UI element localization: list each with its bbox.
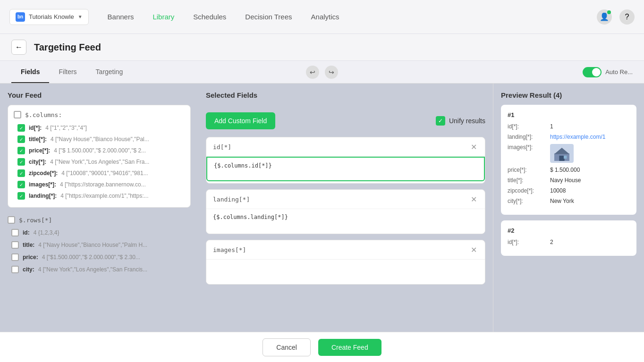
sub-nav: Fields Filters Targeting ↩ ↪ Auto Re... [0,61,644,84]
row-field-checkbox-id[interactable] [11,229,19,236]
preview-val: 2 [550,239,630,245]
row-field-name-price: price: [23,254,38,261]
nav-banners[interactable]: Banners [108,13,134,21]
rows-header: $.rows[*] [8,213,191,227]
field-close-id[interactable]: ✕ [469,142,478,152]
preview-heading: Preview Result (4) [501,91,636,99]
nav-schedules[interactable]: Schedules [193,13,226,21]
preview-key: city[*]: [508,198,550,204]
field-value-textarea-images[interactable] [206,260,485,282]
field-checkbox-title[interactable]: ✓ [17,135,25,143]
field-checkbox-id[interactable]: ✓ [17,124,25,132]
list-item: title: 4 ["Navy House","Bianco House","P… [8,239,191,251]
row-field-values-title: 4 ["Navy House","Bianco House","Palm H..… [38,242,147,248]
undo-redo-controls: ↩ ↪ [306,66,338,79]
undo-button[interactable]: ↩ [306,66,319,79]
field-value-textarea-landing[interactable] [206,209,485,232]
row-field-checkbox-title[interactable] [11,241,19,249]
nav-analytics[interactable]: Analytics [311,13,339,21]
preview-number-2: #2 [508,227,630,234]
field-name-zipcode: zipcode[*]: [29,170,58,177]
list-item: ✓ landing[*]: 4 ["https://example.com/1"… [14,190,185,202]
top-nav: bn Tutorials Knowle ▼ Banners Library Sc… [0,0,644,34]
field-name-id: id[*]: [29,125,42,131]
create-feed-button[interactable]: Create Feed [318,339,381,356]
tab-filters[interactable]: Filters [49,61,86,83]
rows-label: $.rows[*] [19,217,52,224]
field-name-landing: landing[*]: [29,193,57,199]
auto-refresh-toggle: Auto Re... [583,67,633,77]
field-close-landing[interactable]: ✕ [469,194,478,204]
brand-selector[interactable]: bn Tutorials Knowle ▼ [9,9,89,25]
field-values-city: 4 ["New York","Los Angeles","San Fra... [50,159,149,165]
preview-val: New York [550,198,630,204]
field-values-title: 4 ["Navy House","Bianco House","Pal... [51,136,149,143]
nav-links: Banners Library Schedules Decision Trees… [108,13,597,21]
preview-row: id[*]: 2 [508,239,630,245]
preview-key: title[*]: [508,177,550,184]
add-custom-field-button[interactable]: Add Custom Field [206,112,275,129]
svg-rect-2 [559,156,564,161]
rows-section: $.rows[*] id: 4 {1,2,3,4} title: 4 ["Nav… [8,211,191,278]
back-button[interactable]: ← [11,40,26,55]
sub-nav-tabs: Fields Filters Targeting [11,61,132,83]
preview-row: city[*]: New York [508,198,630,204]
field-checkbox-price[interactable]: ✓ [17,147,25,154]
unify-checkbox[interactable]: ✓ [436,116,445,126]
row-field-name-title: title: [23,242,34,248]
cancel-button[interactable]: Cancel [263,338,311,356]
rows-checkbox[interactable] [8,216,15,224]
field-checkbox-zipcode[interactable]: ✓ [17,169,25,177]
preview-row: landing[*]: https://example.com/1 [508,134,630,140]
preview-row: id[*]: 1 [508,123,630,130]
redo-button[interactable]: ↪ [325,66,338,79]
field-row-header-id: ✕ [206,137,485,157]
preview-row: images[*]: [508,144,630,163]
tab-fields[interactable]: Fields [11,61,49,83]
notifications-icon[interactable]: 👤 [597,9,612,25]
nav-decision-trees[interactable]: Decision Trees [245,13,292,21]
main-content: Your Feed $.columns: ✓ id[*]: 4 ["1","2"… [0,84,644,362]
left-panel: Your Feed $.columns: ✓ id[*]: 4 ["1","2"… [0,84,198,362]
field-name-input-id[interactable] [213,143,307,151]
columns-checkbox[interactable] [14,111,21,118]
notification-dot [607,10,611,14]
preview-image [550,144,574,163]
preview-key: landing[*]: [508,134,550,140]
field-value-textarea-id[interactable] [206,157,485,181]
row-field-checkbox-price[interactable] [11,253,19,261]
unify-results: ✓ Unify results [436,116,485,126]
preview-val: 10008 [550,187,630,194]
field-name-input-landing[interactable] [213,196,307,203]
field-checkbox-city[interactable]: ✓ [17,158,25,166]
columns-label: $.columns: [25,111,62,118]
brand-logo: bn [16,12,25,22]
field-row-images: ✕ [206,240,485,285]
center-panel: Selected Fields Add Custom Field ✓ Unify… [198,84,493,362]
svg-marker-1 [554,148,569,154]
field-values-id: 4 ["1","2","3","4"] [45,125,86,131]
selected-fields-header: Selected Fields [206,91,485,105]
row-field-checkbox-city[interactable] [11,266,19,273]
field-close-images[interactable]: ✕ [469,245,478,254]
field-checkbox-images[interactable]: ✓ [17,181,25,188]
page-header: ← Targeting Feed [0,34,644,61]
preview-val-link: https://example.com/1 [550,134,630,140]
list-item: ✓ images[*]: 4 ["https://storage.bannern… [14,179,185,190]
nav-library[interactable]: Library [153,13,174,21]
right-panel: Preview Result (4) #1 id[*]: 1 landing[*… [493,84,644,362]
preview-key: price[*]: [508,167,550,173]
help-icon[interactable]: ? [619,9,635,25]
nav-right: 👤 ? [597,9,635,25]
preview-key: zipcode[*]: [508,187,550,194]
field-checkbox-landing[interactable]: ✓ [17,192,25,200]
page-title: Targeting Feed [34,42,101,53]
list-item: ✓ price[*]: 4 ["$ 1.500.000","$ 2.000.00… [14,145,185,156]
field-name-input-images[interactable] [213,246,307,253]
auto-refresh-switch[interactable] [583,67,602,77]
columns-header: $.columns: [14,111,185,118]
row-field-values-price: 4 ["$1.500.000","$ 2.000.000","$ 2.30... [42,254,140,261]
auto-refresh-label: Auto Re... [605,68,633,76]
field-row-landing: ✕ [206,189,485,234]
tab-targeting[interactable]: Targeting [86,61,133,83]
